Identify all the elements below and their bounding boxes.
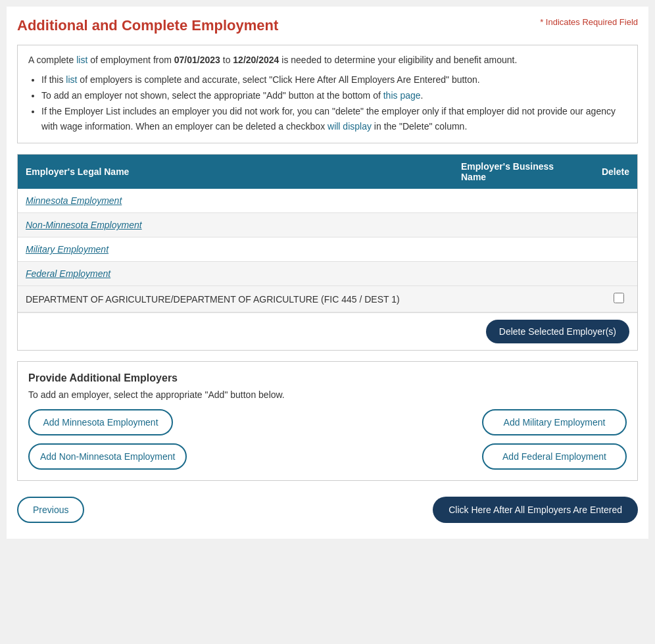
col-header-delete: Delete [585,155,637,189]
info-bullet-3: If the Employer List includes an employe… [41,104,627,136]
additional-employers-title: Provide Additional Employers [28,372,627,384]
info-to: to [220,55,233,65]
federal-employment-link[interactable]: Federal Employment [26,268,110,279]
biz-name-cell [453,237,585,262]
additional-employers-section: Provide Additional Employers To add an e… [17,361,638,481]
table-row: Non-Minnesota Employment [18,213,637,237]
non-minnesota-employment-link[interactable]: Non-Minnesota Employment [26,220,142,230]
date-start: 07/01/2023 [174,55,220,65]
employer-table: Employer's Legal Name Employer's Busines… [18,155,637,312]
employer-table-section: Employer's Legal Name Employer's Busines… [17,154,638,351]
minnesota-employment-link[interactable]: Minnesota Employment [26,195,122,206]
table-row: DEPARTMENT OF AGRICULTURE/DEPARTMENT OF … [18,286,637,312]
table-row: Military Employment [18,237,637,262]
delete-cell [585,189,637,213]
info-box: A complete list of employment from 07/01… [17,45,638,143]
add-federal-button[interactable]: Add Federal Employment [482,443,627,470]
table-row: Federal Employment [18,262,637,286]
delete-selected-button[interactable]: Delete Selected Employer(s) [486,320,629,343]
col-header-legal-name: Employer's Legal Name [18,155,453,189]
nav-row: Previous Click Here After All Employers … [17,491,638,528]
delete-cell[interactable] [585,286,637,312]
employer-name-cell: Minnesota Employment [18,189,453,213]
col-header-biz-name: Employer's Business Name [453,155,585,189]
biz-name-cell [453,286,585,312]
page-header: Additional and Complete Employment * Ind… [17,17,638,34]
delete-cell [585,237,637,262]
info-end: is needed to determine your eligibility … [279,55,517,65]
table-row: Minnesota Employment [18,189,637,213]
info-bullet-1: If this list of employers is complete an… [41,72,627,88]
biz-name-cell [453,262,585,286]
required-field-note: * Indicates Required Field [540,17,638,27]
delete-btn-row: Delete Selected Employer(s) [18,312,637,350]
employer-name-cell: Non-Minnesota Employment [18,213,453,237]
finish-button[interactable]: Click Here After All Employers Are Enter… [433,497,638,523]
biz-name-cell [453,213,585,237]
additional-employers-description: To add an employer, select the appropria… [28,389,627,400]
dept-agriculture-name: DEPARTMENT OF AGRICULTURE/DEPARTMENT OF … [26,294,400,305]
add-military-button[interactable]: Add Military Employment [482,409,627,435]
delete-checkbox[interactable] [614,293,624,303]
employer-name-cell: Military Employment [18,237,453,262]
employer-name-cell: Federal Employment [18,262,453,286]
date-end: 12/20/2024 [233,55,279,65]
info-intro-text: A complete list of employment from [28,55,174,65]
table-header-row: Employer's Legal Name Employer's Busines… [18,155,637,189]
delete-cell [585,213,637,237]
add-minnesota-button[interactable]: Add Minnesota Employment [28,409,173,435]
biz-name-cell [453,189,585,213]
add-buttons-grid: Add Minnesota Employment Add Military Em… [28,409,627,470]
add-non-minnesota-button[interactable]: Add Non-Minnesota Employment [28,443,187,470]
info-intro: A complete list of employment from 07/01… [28,53,627,67]
page-title: Additional and Complete Employment [17,17,278,34]
delete-cell [585,262,637,286]
employer-name-cell: DEPARTMENT OF AGRICULTURE/DEPARTMENT OF … [18,286,453,312]
info-bullet-2: To add an employer not shown, select the… [41,88,627,104]
military-employment-link[interactable]: Military Employment [26,244,109,255]
info-bullets: If this list of employers is complete an… [41,72,627,135]
previous-button[interactable]: Previous [17,497,84,523]
